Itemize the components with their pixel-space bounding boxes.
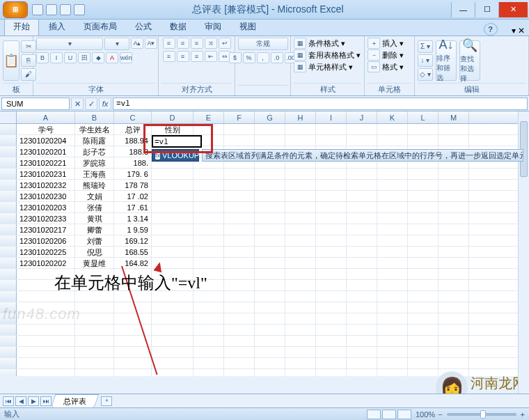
cell[interactable] <box>152 224 194 235</box>
cell[interactable] <box>408 369 439 376</box>
worksheet-grid[interactable]: A B C D E F G H I J K L M 学号 学生姓名 总评 性别 … <box>0 111 529 376</box>
cell[interactable]: 12301020232 <box>17 180 75 190</box>
cell[interactable] <box>255 336 285 346</box>
find-select-button[interactable]: 🔍查找和选择 <box>459 40 480 81</box>
cell[interactable]: 17 .61 <box>114 202 152 212</box>
cell[interactable] <box>347 336 377 346</box>
cell[interactable] <box>255 291 285 302</box>
cell[interactable] <box>194 247 224 257</box>
maximize-button[interactable]: ☐ <box>475 2 498 17</box>
cell[interactable] <box>224 313 255 324</box>
cell[interactable] <box>316 235 347 246</box>
name-box[interactable]: SUM <box>1 98 70 110</box>
cell[interactable] <box>224 269 255 279</box>
sheet-nav-last-icon[interactable]: ⏭ <box>40 396 52 406</box>
cell[interactable] <box>377 213 408 224</box>
cell[interactable] <box>224 191 255 201</box>
table-row[interactable] <box>0 325 529 336</box>
col-header-H[interactable]: H <box>285 111 316 123</box>
cell[interactable] <box>224 135 255 146</box>
cell[interactable] <box>408 191 439 201</box>
ribbon-minimize-button[interactable]: ▾ ✕ <box>512 26 525 36</box>
cell[interactable] <box>439 291 469 302</box>
cell[interactable] <box>377 336 408 346</box>
undo-icon[interactable] <box>46 4 57 15</box>
cell[interactable] <box>316 313 347 324</box>
cell[interactable] <box>285 369 316 376</box>
cell[interactable]: 188.3 <box>114 146 152 157</box>
cell[interactable] <box>255 180 285 190</box>
cell[interactable]: 188.94 <box>114 135 152 146</box>
table-row[interactable]: 12301020230文娟17 .02 <box>0 191 529 202</box>
zoom-in-button[interactable]: + <box>521 410 525 419</box>
tab-pagelayout[interactable]: 页面布局 <box>75 19 125 36</box>
new-sheet-button[interactable]: ＊ <box>101 396 112 406</box>
fill-color-button[interactable]: ◆ <box>92 52 104 63</box>
cell[interactable] <box>285 280 316 290</box>
cell[interactable]: 学生姓名 <box>75 124 114 134</box>
cell[interactable]: 12301020231 <box>17 169 75 179</box>
wrap-text-icon[interactable]: ↩ <box>219 38 231 49</box>
tab-insert[interactable]: 插入 <box>40 19 74 36</box>
italic-button[interactable]: I <box>50 52 63 63</box>
insert-button[interactable]: 插入 ▾ <box>382 38 404 49</box>
cell[interactable] <box>255 124 285 134</box>
cell[interactable] <box>152 347 194 357</box>
cell[interactable] <box>224 258 255 268</box>
cell[interactable] <box>316 258 347 268</box>
orientation-icon[interactable]: ⤭ <box>205 38 217 49</box>
cell[interactable] <box>316 302 347 313</box>
row-header[interactable] <box>0 135 17 146</box>
cell[interactable] <box>316 169 347 179</box>
cell[interactable] <box>377 124 408 134</box>
cell[interactable] <box>255 358 285 368</box>
cell[interactable]: 12301020206 <box>17 235 75 246</box>
cell[interactable] <box>114 347 152 357</box>
cell[interactable]: 王海燕 <box>75 169 114 179</box>
cell[interactable] <box>224 291 255 302</box>
increase-decimal-icon[interactable]: .0 <box>271 52 283 63</box>
cell[interactable] <box>224 224 255 235</box>
cell[interactable] <box>285 358 316 368</box>
cell[interactable] <box>316 191 347 201</box>
cell[interactable] <box>408 135 439 146</box>
formula-input[interactable]: =vl <box>113 98 528 110</box>
row-header[interactable] <box>0 180 17 190</box>
cell[interactable] <box>377 135 408 146</box>
table-row[interactable]: 学号 学生姓名 总评 性别 <box>0 124 529 135</box>
cell[interactable] <box>194 235 224 246</box>
cell[interactable] <box>75 347 114 357</box>
cell[interactable] <box>347 258 377 268</box>
cell[interactable] <box>439 135 469 146</box>
cell[interactable] <box>316 180 347 190</box>
row-header[interactable] <box>0 369 17 376</box>
cell[interactable] <box>316 135 347 146</box>
cell[interactable] <box>255 213 285 224</box>
cell[interactable] <box>439 124 469 134</box>
cell[interactable] <box>316 358 347 368</box>
cell[interactable] <box>152 369 194 376</box>
cell[interactable] <box>408 347 439 357</box>
cell[interactable] <box>377 258 408 268</box>
cell[interactable] <box>377 291 408 302</box>
cell[interactable] <box>316 291 347 302</box>
align-center-icon[interactable]: ≡ <box>177 51 189 62</box>
table-row[interactable]: 12301020233黄琪1 3.14 <box>0 213 529 224</box>
table-row[interactable]: 12301020204陈雨露188.94 <box>0 135 529 146</box>
cell[interactable] <box>285 336 316 346</box>
cell[interactable] <box>224 280 255 290</box>
cell[interactable] <box>255 202 285 212</box>
border-button[interactable]: 田 <box>78 52 90 63</box>
table-row[interactable] <box>0 358 529 369</box>
cell[interactable] <box>285 135 316 146</box>
cell[interactable] <box>439 325 469 335</box>
cell[interactable] <box>152 180 194 190</box>
row-header[interactable] <box>0 235 17 246</box>
cell[interactable] <box>224 213 255 224</box>
cell[interactable] <box>285 302 316 313</box>
function-autocomplete-item[interactable]: fx VLOOKUP <box>152 149 199 162</box>
cell[interactable] <box>17 358 75 368</box>
cell[interactable] <box>377 247 408 257</box>
cell[interactable] <box>347 180 377 190</box>
cell[interactable] <box>439 224 469 235</box>
